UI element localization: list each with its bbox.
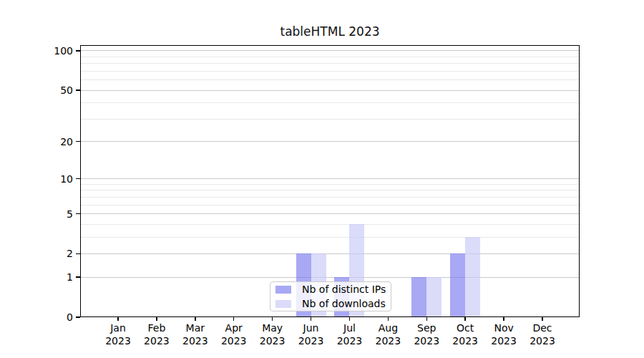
x-tick-mark-mar xyxy=(195,317,196,321)
x-tick-mark-apr xyxy=(233,317,235,321)
x-tick-label-month: Feb xyxy=(135,321,178,334)
plot-area: Nb of distinct IPs Nb of downloads xyxy=(80,45,580,317)
bar-distinct-ips-sep xyxy=(411,277,426,317)
y-tick-label-10: 10 xyxy=(26,173,73,185)
x-tick-mark-oct xyxy=(464,317,466,321)
figure: tableHTML 2023 Nb of distinct IPs Nb of … xyxy=(0,0,644,358)
y-tick-label-5: 5 xyxy=(26,208,73,221)
x-tick-mark-may xyxy=(272,317,273,321)
x-tick-label-oct: Oct2023 xyxy=(444,321,487,347)
legend-swatch-distinct-ips xyxy=(275,286,291,294)
gridline-major-10 xyxy=(80,178,580,179)
gridline-minor-7 xyxy=(80,197,580,198)
chart-title: tableHTML 2023 xyxy=(80,24,580,39)
x-tick-mark-dec xyxy=(542,317,543,321)
bar-distinct-ips-oct xyxy=(450,253,465,317)
x-tick-label-year: 2023 xyxy=(174,334,217,347)
x-tick-label-month: Oct xyxy=(444,321,487,334)
gridline-major-2 xyxy=(80,253,580,254)
gridline-major-5 xyxy=(80,213,580,214)
x-tick-mark-jan xyxy=(117,317,119,321)
legend-swatch-downloads xyxy=(275,300,291,308)
x-tick-label-sep: Sep2023 xyxy=(405,321,448,347)
x-tick-label-jun: Jun2023 xyxy=(290,321,333,347)
gridline-minor-80 xyxy=(80,63,580,64)
y-tick-label-2: 2 xyxy=(26,247,73,260)
x-tick-label-year: 2023 xyxy=(135,334,178,347)
y-tick-label-50: 50 xyxy=(26,84,73,97)
gridline-minor-90 xyxy=(80,57,580,57)
x-tick-label-jul: Jul2023 xyxy=(328,321,371,347)
gridline-minor-9 xyxy=(80,184,580,185)
x-tick-label-dec: Dec2023 xyxy=(521,321,564,347)
bar-downloads-sep xyxy=(426,277,441,317)
x-tick-label-year: 2023 xyxy=(251,334,294,347)
x-tick-label-month: Jan xyxy=(97,321,140,334)
x-tick-label-jan: Jan2023 xyxy=(97,321,140,347)
x-tick-label-year: 2023 xyxy=(521,334,564,347)
y-tick-label-1: 1 xyxy=(26,271,73,284)
x-tick-label-month: Jul xyxy=(328,321,371,334)
x-tick-label-mar: Mar2023 xyxy=(174,321,217,347)
x-tick-label-year: 2023 xyxy=(482,334,525,347)
gridline-minor-70 xyxy=(80,71,580,72)
gridline-major-50 xyxy=(80,90,580,91)
x-tick-label-month: Aug xyxy=(366,321,409,334)
x-tick-label-may: May2023 xyxy=(251,321,294,347)
x-tick-label-month: Nov xyxy=(482,321,525,334)
x-tick-label-nov: Nov2023 xyxy=(482,321,525,347)
gridline-major-1 xyxy=(80,277,580,278)
x-tick-label-month: Apr xyxy=(213,321,255,334)
x-tick-label-year: 2023 xyxy=(97,334,140,347)
x-tick-label-month: Jun xyxy=(290,321,333,334)
bar-downloads-oct xyxy=(465,237,480,317)
gridline-major-100 xyxy=(80,50,580,51)
gridline-minor-4 xyxy=(80,224,580,225)
x-tick-label-year: 2023 xyxy=(444,334,487,347)
legend: Nb of distinct IPs Nb of downloads xyxy=(270,281,391,311)
gridline-minor-60 xyxy=(80,79,580,80)
x-tick-label-month: Dec xyxy=(521,321,564,334)
x-tick-mark-sep xyxy=(426,317,428,321)
gridline-minor-8 xyxy=(80,190,580,190)
y-tick-label-100: 100 xyxy=(26,44,73,57)
x-tick-label-feb: Feb2023 xyxy=(135,321,178,347)
legend-item-downloads: Nb of downloads xyxy=(275,296,391,311)
x-tick-label-year: 2023 xyxy=(290,334,333,347)
x-tick-label-year: 2023 xyxy=(328,334,371,347)
gridline-minor-6 xyxy=(80,205,580,205)
gridline-minor-3 xyxy=(80,237,580,238)
x-tick-mark-aug xyxy=(388,317,389,321)
x-tick-label-month: May xyxy=(251,321,294,334)
x-tick-mark-nov xyxy=(503,317,504,321)
x-tick-mark-jul xyxy=(349,317,351,321)
x-tick-label-year: 2023 xyxy=(213,334,255,347)
y-tick-label-0: 0 xyxy=(26,311,73,324)
gridline-minor-30 xyxy=(80,119,580,120)
x-tick-label-aug: Aug2023 xyxy=(366,321,409,347)
x-tick-mark-feb xyxy=(156,317,157,321)
y-tick-mark-0 xyxy=(76,316,80,318)
x-tick-label-year: 2023 xyxy=(366,334,409,347)
legend-label-distinct-ips: Nb of distinct IPs xyxy=(302,284,386,295)
legend-label-downloads: Nb of downloads xyxy=(302,298,386,309)
gridline-major-20 xyxy=(80,141,580,142)
y-tick-label-20: 20 xyxy=(26,135,73,148)
x-tick-label-year: 2023 xyxy=(405,334,448,347)
x-tick-label-apr: Apr2023 xyxy=(213,321,255,347)
gridline-minor-40 xyxy=(80,102,580,103)
x-tick-label-month: Sep xyxy=(405,321,448,334)
legend-item-distinct-ips: Nb of distinct IPs xyxy=(275,282,391,296)
x-tick-label-month: Mar xyxy=(174,321,217,334)
x-tick-mark-jun xyxy=(311,317,312,321)
